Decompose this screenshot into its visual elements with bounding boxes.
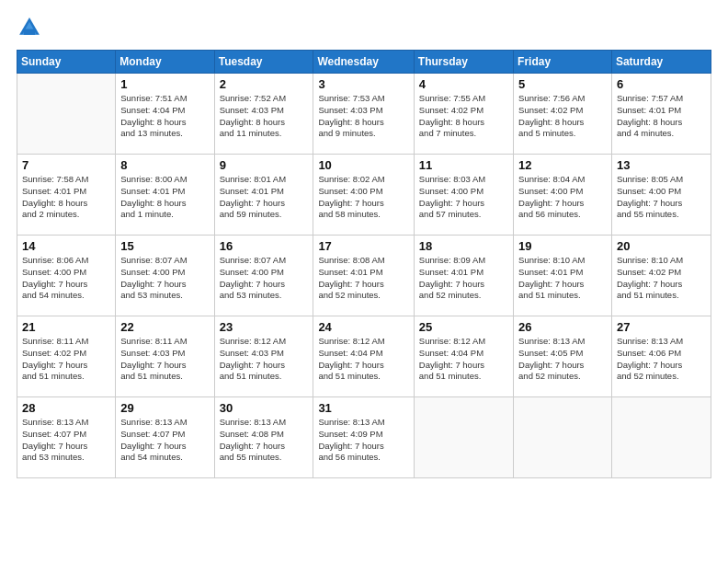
calendar-cell: 7Sunrise: 7:58 AMSunset: 4:01 PMDaylight…: [17, 155, 116, 236]
week-row-2: 14Sunrise: 8:06 AMSunset: 4:00 PMDayligh…: [17, 236, 711, 316]
col-header-sunday: Sunday: [17, 51, 116, 74]
svg-rect-2: [24, 29, 35, 35]
day-info: Sunrise: 7:56 AMSunset: 4:02 PMDaylight:…: [518, 93, 607, 140]
col-header-friday: Friday: [514, 51, 612, 74]
col-header-saturday: Saturday: [611, 51, 711, 74]
day-info: Sunrise: 8:00 AMSunset: 4:01 PMDaylight:…: [120, 174, 209, 221]
day-info: Sunrise: 8:13 AMSunset: 4:07 PMDaylight:…: [120, 417, 209, 464]
calendar-cell: 18Sunrise: 8:09 AMSunset: 4:01 PMDayligh…: [414, 236, 513, 316]
day-info: Sunrise: 8:13 AMSunset: 4:06 PMDaylight:…: [617, 336, 706, 383]
day-number: 2: [220, 77, 309, 91]
day-info: Sunrise: 8:12 AMSunset: 4:04 PMDaylight:…: [419, 336, 508, 383]
day-info: Sunrise: 7:52 AMSunset: 4:03 PMDaylight:…: [220, 93, 309, 140]
day-number: 7: [22, 158, 110, 172]
day-number: 10: [318, 158, 408, 172]
day-number: 13: [617, 158, 706, 172]
calendar-table: SundayMondayTuesdayWednesdayThursdayFrid…: [17, 50, 711, 478]
day-number: 23: [220, 320, 309, 334]
calendar-cell: 28Sunrise: 8:13 AMSunset: 4:07 PMDayligh…: [17, 397, 116, 478]
day-info: Sunrise: 8:10 AMSunset: 4:02 PMDaylight:…: [617, 255, 706, 302]
calendar-cell: [514, 397, 612, 478]
calendar-cell: 27Sunrise: 8:13 AMSunset: 4:06 PMDayligh…: [611, 316, 711, 397]
day-info: Sunrise: 8:06 AMSunset: 4:00 PMDaylight:…: [22, 255, 110, 302]
day-info: Sunrise: 8:07 AMSunset: 4:00 PMDaylight:…: [120, 255, 209, 302]
day-number: 14: [22, 239, 110, 253]
day-number: 9: [220, 158, 309, 172]
day-info: Sunrise: 8:10 AMSunset: 4:01 PMDaylight:…: [518, 255, 607, 302]
calendar-cell: 26Sunrise: 8:13 AMSunset: 4:05 PMDayligh…: [514, 316, 612, 397]
calendar-cell: 13Sunrise: 8:05 AMSunset: 4:00 PMDayligh…: [611, 155, 711, 236]
calendar-cell: 17Sunrise: 8:08 AMSunset: 4:01 PMDayligh…: [313, 236, 414, 316]
col-header-thursday: Thursday: [414, 51, 513, 74]
day-number: 8: [120, 158, 209, 172]
calendar-cell: 2Sunrise: 7:52 AMSunset: 4:03 PMDaylight…: [214, 74, 313, 155]
calendar-cell: 25Sunrise: 8:12 AMSunset: 4:04 PMDayligh…: [414, 316, 513, 397]
calendar-cell: 24Sunrise: 8:12 AMSunset: 4:04 PMDayligh…: [313, 316, 414, 397]
day-number: 29: [120, 401, 209, 415]
day-number: 15: [120, 239, 209, 253]
calendar-cell: 16Sunrise: 8:07 AMSunset: 4:00 PMDayligh…: [214, 236, 313, 316]
day-number: 16: [220, 239, 309, 253]
day-number: 28: [22, 401, 110, 415]
day-number: 17: [318, 239, 408, 253]
day-info: Sunrise: 8:08 AMSunset: 4:01 PMDaylight:…: [318, 255, 408, 302]
col-header-monday: Monday: [116, 51, 214, 74]
day-number: 6: [617, 77, 706, 91]
day-number: 1: [120, 77, 209, 91]
day-info: Sunrise: 7:58 AMSunset: 4:01 PMDaylight:…: [22, 174, 110, 221]
calendar-cell: [17, 74, 116, 155]
day-number: 12: [518, 158, 607, 172]
week-row-1: 7Sunrise: 7:58 AMSunset: 4:01 PMDaylight…: [17, 155, 711, 236]
day-number: 18: [419, 239, 508, 253]
calendar-cell: 6Sunrise: 7:57 AMSunset: 4:01 PMDaylight…: [611, 74, 711, 155]
calendar-cell: 4Sunrise: 7:55 AMSunset: 4:02 PMDaylight…: [414, 74, 513, 155]
calendar-cell: 3Sunrise: 7:53 AMSunset: 4:03 PMDaylight…: [313, 74, 414, 155]
page: SundayMondayTuesdayWednesdayThursdayFrid…: [0, 0, 728, 563]
day-number: 20: [617, 239, 706, 253]
calendar-cell: 8Sunrise: 8:00 AMSunset: 4:01 PMDaylight…: [116, 155, 214, 236]
day-info: Sunrise: 8:01 AMSunset: 4:01 PMDaylight:…: [220, 174, 309, 221]
day-number: 25: [419, 320, 508, 334]
calendar-header-row: SundayMondayTuesdayWednesdayThursdayFrid…: [17, 51, 711, 74]
calendar-cell: 29Sunrise: 8:13 AMSunset: 4:07 PMDayligh…: [116, 397, 214, 478]
day-info: Sunrise: 7:51 AMSunset: 4:04 PMDaylight:…: [120, 93, 209, 140]
calendar-cell: [611, 397, 711, 478]
logo: [17, 15, 48, 40]
calendar-cell: 21Sunrise: 8:11 AMSunset: 4:02 PMDayligh…: [17, 316, 116, 397]
day-info: Sunrise: 8:07 AMSunset: 4:00 PMDaylight:…: [220, 255, 309, 302]
day-info: Sunrise: 8:03 AMSunset: 4:00 PMDaylight:…: [419, 174, 508, 221]
day-info: Sunrise: 8:11 AMSunset: 4:03 PMDaylight:…: [120, 336, 209, 383]
day-info: Sunrise: 7:57 AMSunset: 4:01 PMDaylight:…: [617, 93, 706, 140]
day-number: 19: [518, 239, 607, 253]
calendar-cell: 20Sunrise: 8:10 AMSunset: 4:02 PMDayligh…: [611, 236, 711, 316]
day-number: 27: [617, 320, 706, 334]
week-row-3: 21Sunrise: 8:11 AMSunset: 4:02 PMDayligh…: [17, 316, 711, 397]
day-number: 24: [318, 320, 408, 334]
calendar-cell: 11Sunrise: 8:03 AMSunset: 4:00 PMDayligh…: [414, 155, 513, 236]
calendar-cell: 15Sunrise: 8:07 AMSunset: 4:00 PMDayligh…: [116, 236, 214, 316]
day-number: 21: [22, 320, 110, 334]
day-number: 5: [518, 77, 607, 91]
day-info: Sunrise: 8:13 AMSunset: 4:05 PMDaylight:…: [518, 336, 607, 383]
day-info: Sunrise: 8:13 AMSunset: 4:07 PMDaylight:…: [22, 417, 110, 464]
day-number: 11: [419, 158, 508, 172]
day-number: 26: [518, 320, 607, 334]
calendar-cell: 5Sunrise: 7:56 AMSunset: 4:02 PMDaylight…: [514, 74, 612, 155]
day-number: 30: [220, 401, 309, 415]
day-info: Sunrise: 7:53 AMSunset: 4:03 PMDaylight:…: [318, 93, 408, 140]
calendar-cell: 10Sunrise: 8:02 AMSunset: 4:00 PMDayligh…: [313, 155, 414, 236]
day-info: Sunrise: 7:55 AMSunset: 4:02 PMDaylight:…: [419, 93, 508, 140]
day-info: Sunrise: 8:11 AMSunset: 4:02 PMDaylight:…: [22, 336, 110, 383]
col-header-tuesday: Tuesday: [214, 51, 313, 74]
calendar-cell: 31Sunrise: 8:13 AMSunset: 4:09 PMDayligh…: [313, 397, 414, 478]
day-number: 31: [318, 401, 408, 415]
day-info: Sunrise: 8:12 AMSunset: 4:04 PMDaylight:…: [318, 336, 408, 383]
calendar-cell: 30Sunrise: 8:13 AMSunset: 4:08 PMDayligh…: [214, 397, 313, 478]
calendar-cell: 19Sunrise: 8:10 AMSunset: 4:01 PMDayligh…: [514, 236, 612, 316]
calendar-cell: 1Sunrise: 7:51 AMSunset: 4:04 PMDaylight…: [116, 74, 214, 155]
col-header-wednesday: Wednesday: [313, 51, 414, 74]
header: [17, 15, 711, 40]
day-info: Sunrise: 8:09 AMSunset: 4:01 PMDaylight:…: [419, 255, 508, 302]
day-info: Sunrise: 8:04 AMSunset: 4:00 PMDaylight:…: [518, 174, 607, 221]
day-info: Sunrise: 8:12 AMSunset: 4:03 PMDaylight:…: [220, 336, 309, 383]
